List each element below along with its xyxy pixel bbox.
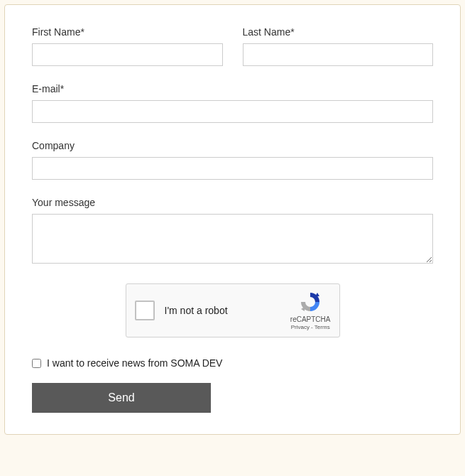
last-name-label: Last Name* [243, 26, 434, 38]
recaptcha-logo-icon [299, 291, 322, 313]
last-name-field: Last Name* [243, 26, 434, 66]
first-name-input[interactable] [32, 43, 223, 66]
newsletter-row: I want to receive news from SOMA DEV [32, 357, 433, 369]
recaptcha-terms-link[interactable]: Terms [314, 324, 330, 330]
contact-form: First Name* Last Name* E-mail* Company Y… [4, 4, 461, 435]
recaptcha-brand-text: reCAPTCHA [290, 315, 331, 323]
recaptcha-widget: I'm not a robot reCAPTCHA Privacy - Term… [126, 283, 340, 337]
company-label: Company [32, 140, 433, 151]
message-textarea[interactable] [32, 214, 433, 264]
first-name-field: First Name* [32, 26, 223, 66]
svg-marker-1 [301, 307, 305, 311]
recaptcha-checkbox[interactable] [135, 301, 155, 320]
company-field: Company [32, 140, 433, 180]
recaptcha-label: I'm not a robot [165, 305, 290, 316]
recaptcha-links: Privacy - Terms [291, 324, 330, 330]
recaptcha-branding: reCAPTCHA Privacy - Terms [290, 291, 331, 330]
company-input[interactable] [32, 157, 433, 180]
email-label: E-mail* [32, 83, 433, 94]
svg-marker-0 [315, 293, 319, 296]
send-button[interactable]: Send [32, 383, 211, 413]
recaptcha-separator: - [310, 324, 314, 330]
last-name-input[interactable] [243, 43, 434, 66]
recaptcha-container: I'm not a robot reCAPTCHA Privacy - Term… [32, 283, 433, 337]
message-label: Your message [32, 197, 433, 208]
newsletter-checkbox[interactable] [32, 359, 41, 368]
message-field: Your message [32, 197, 433, 266]
recaptcha-privacy-link[interactable]: Privacy [291, 324, 310, 330]
newsletter-label: I want to receive news from SOMA DEV [47, 357, 222, 369]
email-input[interactable] [32, 100, 433, 123]
email-field: E-mail* [32, 83, 433, 123]
first-name-label: First Name* [32, 26, 223, 38]
